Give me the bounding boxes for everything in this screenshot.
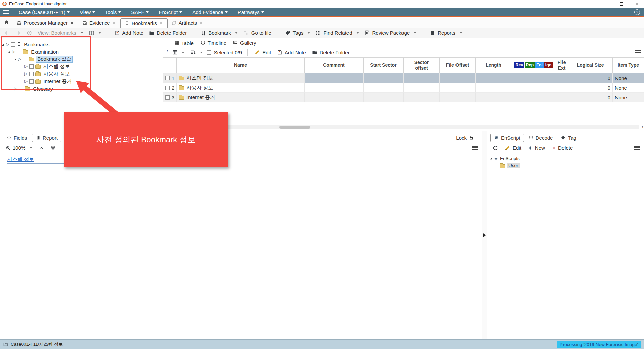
review-package-button[interactable]: Review Package xyxy=(363,30,418,36)
home-icon[interactable] xyxy=(0,20,13,28)
edit-script-button[interactable]: Edit xyxy=(503,145,523,151)
col-file-ext[interactable]: File Ext xyxy=(555,58,568,73)
split-handle-icon[interactable]: ' xyxy=(167,51,168,54)
minimize-button[interactable] xyxy=(599,0,614,8)
table-options-button[interactable] xyxy=(171,50,186,55)
menu-tools[interactable]: Tools xyxy=(100,8,126,16)
include-trigger-icon[interactable]: ▷ xyxy=(6,42,9,46)
bookmark-button[interactable]: Bookmark xyxy=(199,30,239,36)
table-row[interactable]: 3 Internet 증거 0 None xyxy=(163,93,644,102)
scroll-right-icon[interactable]: › xyxy=(642,124,643,129)
tags-button[interactable]: Tags xyxy=(283,30,312,36)
expander-icon[interactable] xyxy=(14,58,16,60)
row-checkbox[interactable] xyxy=(165,76,170,80)
view-selector[interactable]: View: Bookmarks xyxy=(36,30,85,36)
delete-script-button[interactable]: Delete xyxy=(550,145,574,151)
tree-item-user-info[interactable]: ▷ 사용자 정보 xyxy=(0,70,163,78)
expander-icon[interactable] xyxy=(2,43,4,46)
panel-menu-icon[interactable] xyxy=(472,146,478,150)
history-icon[interactable] xyxy=(25,30,34,36)
include-trigger-icon[interactable]: ▷ xyxy=(24,79,28,83)
close-tab-icon[interactable] xyxy=(70,21,74,25)
expander-icon[interactable] xyxy=(8,51,10,53)
include-trigger-icon[interactable]: ▷ xyxy=(24,64,28,68)
include-trigger-icon[interactable]: ▷ xyxy=(18,57,21,61)
tab-timeline[interactable]: Timeline xyxy=(197,38,230,47)
tree-item-system-info[interactable]: ▷ 시스템 정보 xyxy=(0,63,163,70)
menu-safe[interactable]: SAFE xyxy=(126,8,154,16)
tree-item-glossary[interactable]: ▷ Glossary xyxy=(0,85,163,92)
help-icon[interactable]: ? xyxy=(634,9,640,15)
tree-item-user[interactable]: User xyxy=(490,162,641,169)
lock-checkbox[interactable] xyxy=(449,136,453,140)
tree-item-bookmark-practice[interactable]: ▷ Bookmark 실습 xyxy=(0,55,163,63)
tab-fields[interactable]: Fields xyxy=(3,134,31,142)
panel-splitter[interactable] xyxy=(482,131,487,339)
edit-button[interactable]: Edit xyxy=(253,50,273,55)
new-script-button[interactable]: New xyxy=(526,145,547,151)
sort-button[interactable] xyxy=(189,50,204,55)
add-note-button[interactable]: Add Note xyxy=(275,50,308,55)
checkbox[interactable] xyxy=(19,87,23,91)
col-start-sector[interactable]: Start Sector xyxy=(364,58,404,73)
select-all-checkbox[interactable] xyxy=(207,50,211,55)
tree-item-examination[interactable]: ▷ Examination xyxy=(0,48,163,55)
scrollbar-thumb[interactable] xyxy=(279,126,310,129)
row-checkbox[interactable] xyxy=(165,95,170,100)
tab-report[interactable]: Report xyxy=(32,134,61,142)
checkbox[interactable] xyxy=(29,79,34,84)
print-icon[interactable] xyxy=(49,145,57,151)
col-logical-size[interactable]: Logical Size xyxy=(568,58,613,73)
include-trigger-icon[interactable]: ▷ xyxy=(24,72,28,76)
maximize-button[interactable] xyxy=(614,0,629,8)
reports-button[interactable]: Reports xyxy=(428,30,464,36)
col-rownum[interactable] xyxy=(163,58,177,73)
find-related-button[interactable]: Find Related xyxy=(314,30,360,36)
checkbox[interactable] xyxy=(11,42,15,47)
include-trigger-icon[interactable]: ▷ xyxy=(12,50,15,54)
col-review-flags[interactable]: Rev Rep Fol Ign xyxy=(512,58,555,73)
zoom-control[interactable]: 100% xyxy=(4,145,34,151)
tab-decode[interactable]: Decode xyxy=(525,134,556,142)
checkbox[interactable] xyxy=(23,57,27,61)
menu-add-evidence[interactable]: Add Evidence xyxy=(187,8,233,16)
collapse-icon[interactable] xyxy=(37,146,45,150)
refresh-icon[interactable] xyxy=(491,145,500,151)
table-row[interactable]: 2 사용자 정보 0 None xyxy=(163,83,644,93)
close-tab-icon[interactable] xyxy=(159,21,163,25)
forward-icon[interactable] xyxy=(14,30,22,36)
expander-icon[interactable] xyxy=(490,158,492,160)
delete-folder-button[interactable]: Delete Folder xyxy=(310,50,352,55)
menu-enscript[interactable]: EnScript xyxy=(154,8,187,16)
menu-case[interactable]: Case (Case001-F11) xyxy=(14,8,75,16)
menu-view[interactable]: View xyxy=(75,8,100,16)
panel-menu-icon[interactable] xyxy=(635,50,641,55)
tab-tag[interactable]: Tag xyxy=(557,134,579,142)
collapse-panel-icon[interactable] xyxy=(483,233,486,237)
table-row[interactable]: 1 시스템 정보 0 None xyxy=(163,73,644,83)
tab-artifacts[interactable]: Artifacts xyxy=(168,18,207,28)
col-item-type[interactable]: Item Type xyxy=(613,58,644,73)
col-length[interactable]: Length xyxy=(476,58,512,73)
col-comment[interactable]: Comment xyxy=(305,58,364,73)
include-trigger-icon[interactable]: ▷ xyxy=(14,87,17,91)
tab-evidence[interactable]: Evidence xyxy=(78,18,120,28)
tree-item-internet-evidence[interactable]: ▷ Internet 증거 xyxy=(0,78,163,85)
tab-bookmarks[interactable]: Bookmarks xyxy=(120,18,168,28)
panel-menu-icon[interactable] xyxy=(634,146,640,150)
col-file-offset[interactable]: File Offset xyxy=(440,58,476,73)
row-checkbox[interactable] xyxy=(165,86,170,90)
col-sector-offset[interactable]: Sector offset xyxy=(404,58,440,73)
menu-pathways[interactable]: Pathways xyxy=(233,8,269,16)
lock-control[interactable]: Lock xyxy=(449,135,478,141)
close-tab-icon[interactable] xyxy=(199,21,203,25)
layout-button[interactable] xyxy=(87,30,103,36)
tab-enscript[interactable]: EnScript xyxy=(490,134,524,142)
checkbox[interactable] xyxy=(17,50,21,54)
tab-processor-manager[interactable]: Processor Manager xyxy=(13,18,78,28)
back-icon[interactable] xyxy=(3,30,11,36)
hamburger-menu-icon[interactable] xyxy=(0,10,14,14)
add-note-button[interactable]: Add Note xyxy=(113,30,145,36)
system-info-link[interactable]: 시스템 정보 xyxy=(7,156,34,162)
tab-gallery[interactable]: Gallery xyxy=(230,38,260,47)
